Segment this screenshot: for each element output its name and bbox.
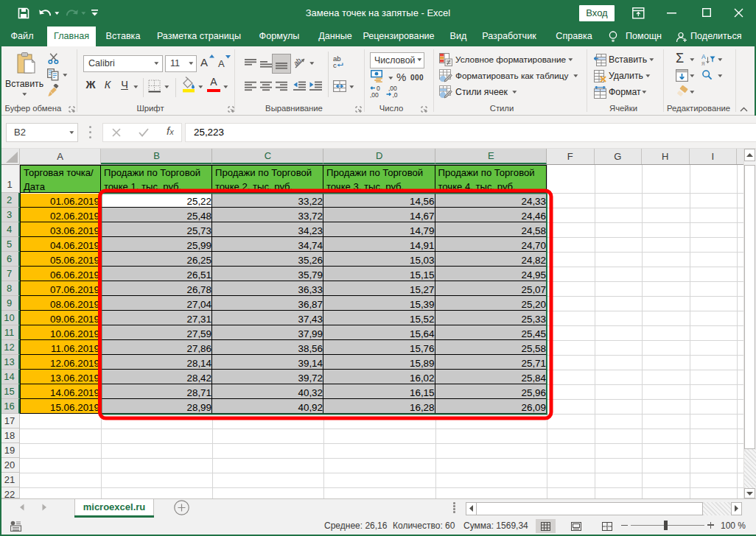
svg-text:я: я	[701, 60, 705, 66]
svg-text:,00: ,00	[370, 91, 379, 99]
svg-text:c: c	[333, 61, 337, 68]
svg-text:,0: ,0	[393, 91, 398, 99]
svg-text:ab: ab	[294, 57, 302, 67]
